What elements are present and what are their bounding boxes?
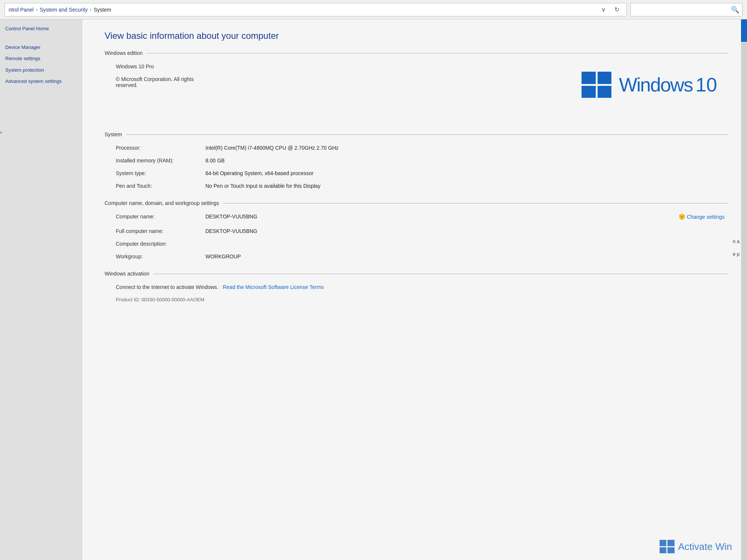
change-settings-action[interactable]: Change settings bbox=[675, 211, 728, 224]
breadcrumb-part2[interactable]: System and Security bbox=[40, 7, 87, 13]
pentouch-value: No Pen or Touch Input is available for t… bbox=[202, 181, 728, 191]
sidebar-item-home[interactable]: Control Panel Home bbox=[0, 23, 82, 34]
fullcomputername-value: DESKTOP-VUU5BNG bbox=[202, 226, 728, 236]
edition-row: Windows 10 Pro bbox=[105, 61, 728, 72]
ms-license-link[interactable]: Read the Microsoft Software License Term… bbox=[223, 284, 324, 290]
sidebar-item-device-manager[interactable]: Device Manager bbox=[0, 42, 82, 53]
workgroup-value: WORKGROUP bbox=[202, 251, 728, 262]
windows-logo: Windows 10 bbox=[582, 72, 717, 98]
breadcrumb-dropdown[interactable]: ∨ bbox=[598, 5, 609, 14]
windows-grid-logo bbox=[582, 72, 611, 98]
sidebar-item-protection[interactable]: System protection bbox=[0, 65, 82, 76]
computerdesc-label: Computer description: bbox=[105, 239, 202, 249]
section-title-computername: Computer name, domain, and workgroup set… bbox=[105, 200, 219, 206]
address-bar: ntrol Panel › System and Security › Syst… bbox=[0, 0, 747, 19]
section-line-edition bbox=[146, 53, 728, 53]
section-title-system: System bbox=[105, 131, 122, 137]
section-header-system: System bbox=[105, 131, 728, 137]
change-settings-label: Change settings bbox=[687, 214, 725, 220]
pentouch-label: Pen and Touch: bbox=[105, 181, 202, 191]
systemtype-label: System type: bbox=[105, 168, 202, 178]
win-tile-2 bbox=[598, 72, 612, 84]
section-line-activation bbox=[153, 274, 728, 274]
computername-value: DESKTOP-VUU5BNG bbox=[202, 211, 675, 222]
win-tile-3 bbox=[582, 86, 596, 98]
pentouch-row: Pen and Touch: No Pen or Touch Input is … bbox=[105, 181, 728, 191]
content-area: View basic information about your comput… bbox=[82, 19, 747, 560]
breadcrumb-part1[interactable]: ntrol Panel bbox=[9, 7, 34, 13]
section-line-system bbox=[126, 134, 728, 135]
win-tile-4 bbox=[598, 86, 612, 98]
workgroup-row: Workgroup: WORKGROUP e p bbox=[105, 251, 728, 262]
processor-value: Intel(R) Core(TM) i7-4800MQ CPU @ 2.70GH… bbox=[202, 143, 728, 153]
section-activation: Windows activation Connect to the Intern… bbox=[105, 271, 728, 302]
sidebar-item-remote[interactable]: Remote settings bbox=[0, 53, 82, 64]
activation-text: Connect to the Internet to activate Wind… bbox=[116, 284, 218, 290]
search-input[interactable] bbox=[634, 7, 729, 13]
processor-row: Processor: Intel(R) Core(TM) i7-4800MQ C… bbox=[105, 143, 728, 153]
shield-icon bbox=[679, 214, 685, 220]
section-system: System Processor: Intel(R) Core(TM) i7-4… bbox=[105, 131, 728, 191]
fullcomputername-label: Full computer name: bbox=[105, 226, 202, 236]
search-box[interactable]: 🔍 bbox=[630, 3, 743, 16]
search-icon[interactable]: 🔍 bbox=[731, 6, 739, 14]
ram-label: Installed memory (RAM): bbox=[105, 155, 202, 166]
systemtype-value: 64-bit Operating System, x64-based proce… bbox=[202, 168, 728, 178]
section-line-computername bbox=[223, 203, 728, 203]
sidebar: Control Panel Home Device Manager Remote… bbox=[0, 19, 82, 560]
scrollbar-thumb[interactable] bbox=[741, 19, 747, 42]
change-settings-link[interactable]: Change settings bbox=[679, 214, 725, 220]
breadcrumb[interactable]: ntrol Panel › System and Security › Syst… bbox=[4, 3, 627, 16]
section-header-activation: Windows activation bbox=[105, 271, 728, 277]
breadcrumb-part3: System bbox=[94, 7, 111, 13]
sidebar-item-advanced[interactable]: Advanced system settings bbox=[0, 76, 82, 87]
windows-logo-version: 10 bbox=[695, 74, 717, 96]
main-wrapper: Control Panel Home Device Manager Remote… bbox=[0, 19, 747, 560]
section-header-computername: Computer name, domain, and workgroup set… bbox=[105, 200, 728, 206]
activation-text-row: Connect to the Internet to activate Wind… bbox=[105, 282, 728, 292]
ram-row: Installed memory (RAM): 8.00 GB bbox=[105, 155, 728, 166]
windows-logo-text: Windows bbox=[619, 74, 692, 96]
ram-value: 8.00 GB bbox=[202, 155, 728, 166]
computerdesc-value bbox=[202, 239, 728, 243]
edition-value: Windows 10 Pro bbox=[105, 61, 202, 72]
scrollbar[interactable] bbox=[741, 19, 747, 560]
fullcomputername-row: Full computer name: DESKTOP-VUU5BNG bbox=[105, 226, 728, 236]
product-id-text: Product ID: 00330-50000-00000-AAOEM bbox=[116, 297, 204, 302]
refresh-button[interactable]: ↻ bbox=[611, 5, 623, 14]
bottom-windows-logo: Activate Win bbox=[660, 540, 732, 553]
section-title-activation: Windows activation bbox=[105, 271, 149, 277]
breadcrumb-sep2: › bbox=[90, 7, 92, 12]
section-header-edition: Windows edition bbox=[105, 50, 728, 56]
breadcrumb-sep1: › bbox=[36, 7, 37, 12]
computername-row: Computer name: DESKTOP-VUU5BNG Change se… bbox=[105, 211, 728, 224]
product-id-row: Product ID: 00330-50000-00000-AAOEM bbox=[105, 294, 728, 302]
workgroup-label: Workgroup: bbox=[105, 251, 202, 262]
copyright-value: © Microsoft Corporation. All rights rese… bbox=[105, 74, 202, 90]
win-tile-1 bbox=[582, 72, 596, 84]
computername-label: Computer name: bbox=[105, 211, 202, 222]
processor-label: Processor: bbox=[105, 143, 202, 153]
page-title: View basic information about your comput… bbox=[105, 31, 728, 41]
section-title-edition: Windows edition bbox=[105, 50, 143, 56]
computerdesc-row: Computer description: n a bbox=[105, 239, 728, 249]
section-computer-name: Computer name, domain, and workgroup set… bbox=[105, 200, 728, 262]
systemtype-row: System type: 64-bit Operating System, x6… bbox=[105, 168, 728, 178]
